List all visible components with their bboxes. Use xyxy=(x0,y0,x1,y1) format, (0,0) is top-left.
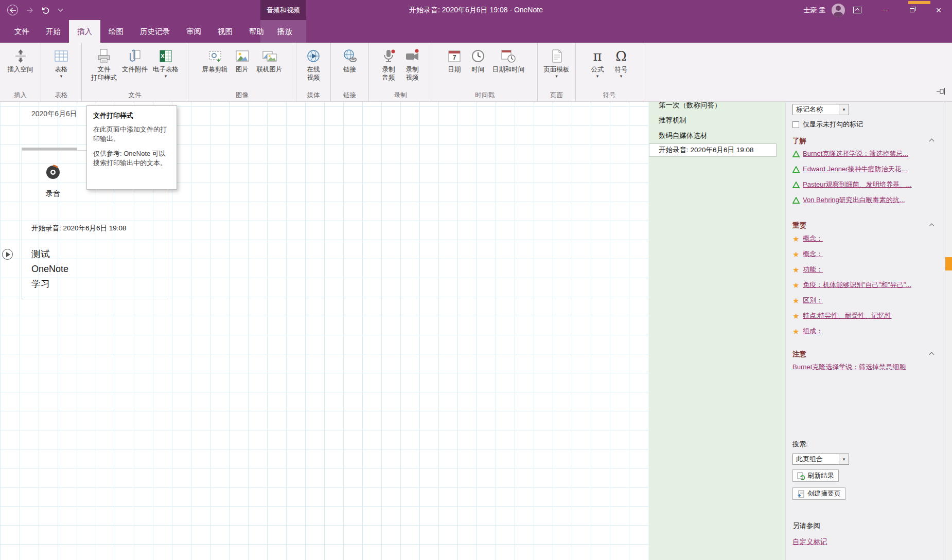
tag-item[interactable]: Burnet克隆选择学说：筛选掉禁忌细胞 xyxy=(792,359,938,375)
tag-group-dropdown[interactable]: 标记名称 ▾ xyxy=(792,104,849,115)
online-pictures-button[interactable]: 联机图片 xyxy=(255,45,285,75)
tag-link[interactable]: 免疫：机体能够识别"自己"和"异己"... xyxy=(803,280,911,290)
tag-item[interactable]: Burnet克隆选择学说：筛选掉禁忌... xyxy=(792,146,938,161)
tag-item[interactable]: ★ 概念： xyxy=(792,231,938,246)
pin-ribbon-icon[interactable] xyxy=(937,87,947,97)
tag-link[interactable]: 概念： xyxy=(803,249,823,259)
user-name[interactable]: 士豪 孟 xyxy=(803,6,825,15)
file-printout-button[interactable]: 文件打印样式 xyxy=(89,45,119,84)
triangle-tag-icon xyxy=(792,197,803,204)
forward-button[interactable] xyxy=(27,8,33,13)
note-text[interactable]: 测试 OneNote 学习 xyxy=(31,247,68,292)
page-list-item[interactable]: 数码自媒体选材 xyxy=(649,128,785,143)
tag-link[interactable]: Von Behring研究出白喉毒素的抗... xyxy=(803,195,905,205)
pictures-button[interactable]: 图片 xyxy=(231,45,254,75)
tab-review[interactable]: 审阅 xyxy=(178,20,209,43)
tab-draw[interactable]: 绘图 xyxy=(100,20,132,43)
time-icon xyxy=(470,46,486,65)
play-audio-button[interactable] xyxy=(2,249,13,260)
page-templates-button[interactable]: 页面模板 ▾ xyxy=(542,45,572,80)
note-line[interactable]: 学习 xyxy=(31,277,68,292)
file-attachment-button[interactable]: 文件附件 xyxy=(120,45,150,75)
tag-section-learn[interactable]: 了解 xyxy=(792,136,938,146)
unchecked-only-checkbox[interactable] xyxy=(792,121,799,128)
ribbon-group-label: 表格 xyxy=(41,91,81,101)
tag-link[interactable]: 区别： xyxy=(803,296,823,305)
minimize-button[interactable] xyxy=(872,0,898,20)
customize-qat-button[interactable] xyxy=(59,9,62,11)
link-button[interactable]: 链接 xyxy=(339,45,361,75)
create-summary-page-button[interactable]: 创建摘要页 xyxy=(792,487,845,500)
tag-item[interactable]: ★ 特点:特异性、耐受性、记忆性 xyxy=(792,308,938,323)
content-area: 2020年6月6日 录音 开始录音: 2020年6月6日 19:08 测试 On… xyxy=(0,102,952,560)
close-button[interactable]: × xyxy=(925,0,952,20)
ribbon-group-label: 页面 xyxy=(538,91,575,101)
star-tag-icon: ★ xyxy=(792,235,803,243)
tag-link[interactable]: Pasteur观察到细菌、发明培养基、... xyxy=(803,180,912,189)
tag-item[interactable]: Von Behring研究出白喉毒素的抗... xyxy=(792,192,938,208)
date-and-time-button[interactable]: 日期和时间 xyxy=(490,45,527,75)
tag-item[interactable]: ★ 组成： xyxy=(792,323,938,339)
scrollbar-marker[interactable] xyxy=(945,257,952,270)
tag-section-note[interactable]: 注意 xyxy=(792,349,938,359)
screen-clipping-button[interactable]: 屏幕剪辑 xyxy=(200,45,230,75)
record-video-button[interactable]: 录制视频 xyxy=(401,45,424,84)
note-line[interactable]: 测试 xyxy=(31,247,68,262)
search-scope-dropdown[interactable]: 此页组合 ▾ xyxy=(792,454,849,465)
tab-insert[interactable]: 插入 xyxy=(69,20,100,43)
tag-item[interactable]: ★ 概念： xyxy=(792,246,938,262)
tag-link[interactable]: 特点:特异性、耐受性、记忆性 xyxy=(803,311,892,320)
back-button[interactable] xyxy=(7,5,18,15)
page-list-item[interactable]: 推荐机制 xyxy=(649,113,785,128)
ribbon-display-options-icon[interactable] xyxy=(853,7,861,13)
svg-text:X: X xyxy=(161,53,165,59)
page-canvas[interactable]: 2020年6月6日 录音 开始录音: 2020年6月6日 19:08 测试 On… xyxy=(0,102,649,560)
tag-link[interactable]: Edward Jenner接种牛痘防治天花... xyxy=(803,165,907,174)
page-list-item[interactable]: 第一次（数称问答） xyxy=(649,102,785,113)
tab-home[interactable]: 开始 xyxy=(38,20,69,43)
ribbon: 插入空间 插入 表格 ▾ 表格 xyxy=(0,43,952,102)
tag-link[interactable]: Burnet克隆选择学说：筛选掉禁忌... xyxy=(803,149,908,158)
audio-recording-icon[interactable] xyxy=(44,163,62,184)
avatar[interactable] xyxy=(832,4,845,17)
scrollbar[interactable] xyxy=(945,102,952,560)
tab-help[interactable]: 帮助 xyxy=(241,20,272,43)
star-tag-icon: ★ xyxy=(792,250,803,258)
table-button[interactable]: 表格 ▾ xyxy=(50,45,73,80)
tag-item[interactable]: Edward Jenner接种牛痘防治天花... xyxy=(792,161,938,177)
ribbon-group-media: 在线视频 媒体 xyxy=(296,43,331,101)
time-button[interactable]: 时间 xyxy=(467,45,489,75)
insert-space-button[interactable]: 插入空间 xyxy=(6,45,36,75)
tag-section-important[interactable]: 重要 xyxy=(792,221,938,231)
date-button[interactable]: 7 日期 xyxy=(443,45,466,75)
tag-link[interactable]: 概念： xyxy=(803,234,823,243)
online-video-button[interactable]: 在线视频 xyxy=(302,45,325,84)
spreadsheet-button[interactable]: X 电子表格 ▾ xyxy=(151,45,181,80)
note-line[interactable]: OneNote xyxy=(31,262,68,277)
customize-tags-link[interactable]: 自定义标记 xyxy=(792,537,827,547)
see-also-label: 另请参阅 xyxy=(792,521,938,531)
tab-playback[interactable]: 播放 xyxy=(269,20,301,43)
tag-item[interactable]: ★ 免疫：机体能够识别"自己"和"异己"... xyxy=(792,277,938,293)
tag-link[interactable]: 功能： xyxy=(803,265,823,274)
dropdown-arrow-icon: ▾ xyxy=(596,74,599,78)
tab-history[interactable]: 历史记录 xyxy=(132,20,178,43)
record-audio-button[interactable]: 录制音频 xyxy=(377,45,400,84)
tag-link[interactable]: Burnet克隆选择学说：筛选掉禁忌细胞 xyxy=(792,363,906,372)
triangle-tag-icon xyxy=(792,182,803,188)
tag-item[interactable]: ★ 区别： xyxy=(792,293,938,308)
tab-file[interactable]: 文件 xyxy=(6,20,38,43)
refresh-results-button[interactable]: 刷新结果 xyxy=(792,469,839,482)
undo-button[interactable] xyxy=(42,7,50,14)
symbol-button[interactable]: Ω 符号 ▾ xyxy=(610,45,632,80)
ribbon-group-timestamp: 7 日期 时间 日期和时间 时间戳 xyxy=(432,43,538,101)
tag-link[interactable]: 组成： xyxy=(803,327,823,336)
page-list-item-selected[interactable]: 开始录音: 2020年6月6日 19:08 xyxy=(649,143,777,157)
dropdown-arrow-icon: ▾ xyxy=(60,74,63,78)
tag-item[interactable]: ★ 功能： xyxy=(792,262,938,277)
maximize-button[interactable] xyxy=(898,0,925,20)
search-label: 搜索: xyxy=(792,439,938,449)
tag-item[interactable]: Pasteur观察到细菌、发明培养基、... xyxy=(792,177,938,192)
tab-view[interactable]: 视图 xyxy=(209,20,241,43)
equation-button[interactable]: π 公式 ▾ xyxy=(586,45,609,80)
